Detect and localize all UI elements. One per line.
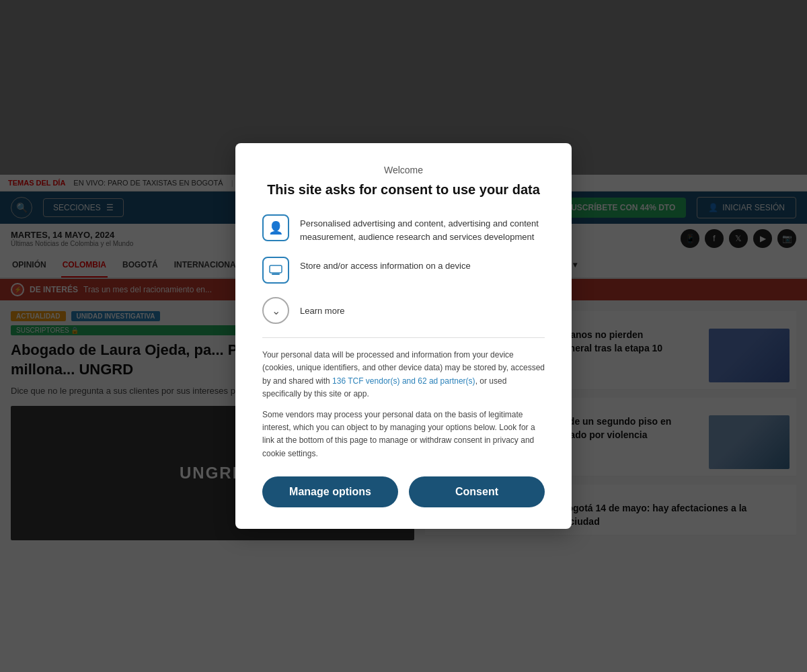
- modal-welcome: Welcome: [262, 165, 545, 175]
- learn-more-label: Learn more: [300, 306, 344, 316]
- consent-text-2: Store and/or access information on a dev…: [300, 257, 471, 273]
- manage-options-button[interactable]: Manage options: [262, 476, 398, 507]
- modal-buttons: Manage options Consent: [262, 476, 545, 507]
- consent-paragraph-1: Your personal data will be processed and…: [262, 349, 545, 401]
- consent-button[interactable]: Consent: [409, 476, 545, 507]
- consent-item-1: 👤 Personalised advertising and content, …: [262, 214, 545, 243]
- consent-item-2: Store and/or access information on a dev…: [262, 257, 545, 284]
- svg-rect-1: [272, 274, 280, 275]
- divider: [262, 337, 545, 338]
- consent-icon-1: 👤: [262, 214, 289, 241]
- consent-icon-2: [262, 257, 289, 284]
- consent-overlay: Welcome This site asks for consent to us…: [0, 0, 807, 672]
- vendor-link[interactable]: 136 TCF vendor(s) and 62 ad partner(s): [332, 376, 475, 386]
- consent-text-1: Personalised advertising and content, ad…: [300, 214, 545, 243]
- consent-paragraph-2: Some vendors may process your personal d…: [262, 409, 545, 460]
- consent-modal: Welcome This site asks for consent to us…: [235, 143, 572, 529]
- modal-title: This site asks for consent to use your d…: [262, 181, 545, 198]
- svg-rect-0: [270, 265, 282, 273]
- learn-more-row: ⌄ Learn more: [262, 297, 545, 324]
- learn-more-button[interactable]: ⌄: [262, 297, 289, 324]
